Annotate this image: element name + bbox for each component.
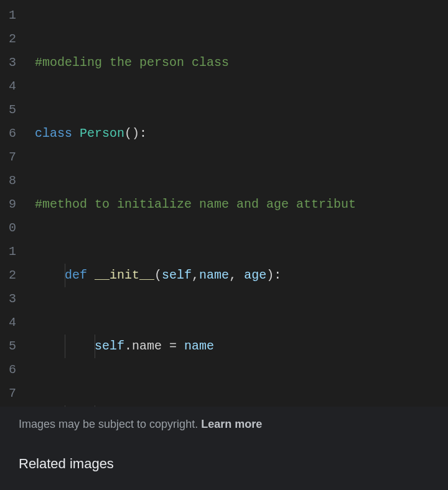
line-number: 8 (0, 169, 16, 193)
line-number: 6 (0, 122, 16, 146)
related-images-heading: Related images (19, 456, 429, 472)
code-content[interactable]: #modeling the person class class Person(… (24, 0, 448, 407)
footer: Images may be subject to copyright. Lear… (0, 407, 448, 490)
code-editor[interactable]: 1 2 3 4 5 6 7 8 9 0 1 2 3 4 5 6 7 #model… (0, 0, 448, 407)
line-number: 5 (0, 98, 16, 122)
line-number: 4 (0, 75, 16, 98)
line-number: 7 (0, 382, 16, 405)
copyright-notice: Images may be subject to copyright. Lear… (19, 418, 429, 431)
line-number: 1 (0, 4, 16, 27)
code-line: self.name = name (35, 335, 448, 358)
line-number: 3 (0, 51, 16, 75)
line-number: 2 (0, 264, 16, 287)
code-line: self.age = age (35, 405, 448, 407)
code-line: #method to initialize name and age attri… (35, 193, 448, 216)
line-number: 1 (0, 240, 16, 264)
learn-more-link[interactable]: Learn more (201, 418, 262, 430)
code-line: #modeling the person class (35, 51, 448, 75)
code-line: def __init__(self,name, age): (35, 264, 448, 287)
line-number: 4 (0, 311, 16, 335)
line-number: 7 (0, 146, 16, 169)
line-number: 0 (0, 216, 16, 240)
line-number: 2 (0, 27, 16, 51)
line-number: 3 (0, 287, 16, 311)
copyright-text: Images may be subject to copyright. (19, 418, 201, 430)
line-number: 9 (0, 193, 16, 216)
line-gutter: 1 2 3 4 5 6 7 8 9 0 1 2 3 4 5 6 7 (0, 0, 24, 407)
code-line: class Person(): (35, 122, 448, 146)
line-number: 6 (0, 358, 16, 382)
line-number: 5 (0, 335, 16, 358)
